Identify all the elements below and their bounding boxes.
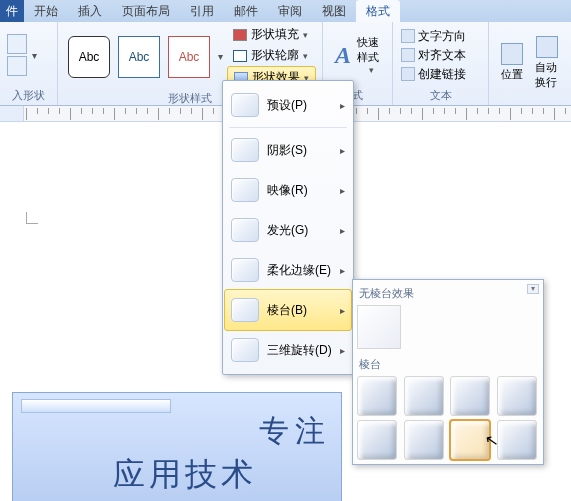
- bevel-option-none[interactable]: [357, 305, 401, 349]
- glow-icon: [231, 218, 259, 242]
- style-preview-3[interactable]: Abc: [168, 36, 210, 78]
- tab-file[interactable]: 件: [0, 0, 24, 22]
- chevron-right-icon: ▸: [340, 305, 345, 316]
- text-direction-label: 文字方向: [418, 28, 466, 45]
- bevel-section-header: 棱台: [357, 355, 539, 376]
- position-icon: [501, 43, 523, 65]
- chevron-right-icon: ▸: [340, 265, 345, 276]
- bevel-no-effect-header: 无棱台效果: [357, 284, 539, 305]
- fx-soft-edges[interactable]: 柔化边缘(E) ▸: [225, 250, 351, 290]
- bevel-option[interactable]: [497, 376, 537, 416]
- document-text-line1: 专注: [259, 411, 331, 452]
- wordart-icon: A: [335, 42, 351, 69]
- fx-preset[interactable]: 预设(P) ▸: [225, 85, 351, 125]
- style-preview-1[interactable]: Abc: [68, 36, 110, 78]
- align-text-icon: [401, 48, 415, 62]
- tab-view[interactable]: 视图: [312, 0, 356, 22]
- shape-outline-button[interactable]: 形状轮廓 ▾: [227, 45, 316, 66]
- wrap-icon: [536, 36, 558, 58]
- tab-home[interactable]: 开始: [24, 0, 68, 22]
- styles-more-icon[interactable]: ▾: [218, 51, 223, 62]
- bevel-gallery-panel: ▾ 无棱台效果 棱台 ↖: [352, 279, 544, 465]
- fill-swatch-icon: [233, 29, 247, 41]
- scroll-down-icon[interactable]: ▾: [32, 50, 37, 61]
- position-button[interactable]: 位置: [495, 43, 529, 82]
- fx-shadow[interactable]: 阴影(S) ▸: [225, 130, 351, 170]
- align-text-label: 对齐文本: [418, 47, 466, 64]
- tab-mail[interactable]: 邮件: [224, 0, 268, 22]
- shape-effects-menu: 预设(P) ▸ 阴影(S) ▸ 映像(R) ▸ 发光(G) ▸ 柔化边缘(E) …: [222, 80, 354, 375]
- chevron-right-icon: ▸: [340, 225, 345, 236]
- bevel-icon: [231, 298, 259, 322]
- bevel-option[interactable]: [497, 420, 537, 460]
- tab-review[interactable]: 审阅: [268, 0, 312, 22]
- panel-move-grip-icon[interactable]: ▾: [527, 284, 539, 294]
- tab-format[interactable]: 格式: [356, 0, 400, 22]
- wrap-text-label: 自动换行: [535, 60, 559, 90]
- bevel-option[interactable]: [450, 376, 490, 416]
- quick-styles-button[interactable]: 快速样式: [357, 35, 386, 65]
- bevel-option[interactable]: [404, 420, 444, 460]
- group-label-arrange: [489, 103, 571, 105]
- chevron-down-icon: ▾: [303, 30, 308, 40]
- shape-gallery-icon[interactable]: [7, 56, 27, 76]
- chevron-down-icon[interactable]: ▾: [357, 65, 386, 75]
- shape-fill-label: 形状填充: [251, 26, 299, 43]
- bevel-option[interactable]: [357, 376, 397, 416]
- wrap-text-button[interactable]: 自动换行: [529, 36, 565, 90]
- soft-edges-icon: [231, 258, 259, 282]
- inner-bar: [21, 399, 171, 413]
- tab-insert[interactable]: 插入: [68, 0, 112, 22]
- align-text-button[interactable]: 对齐文本: [399, 46, 468, 65]
- fx-3d-rotation-label: 三维旋转(D): [267, 342, 332, 359]
- position-label: 位置: [501, 67, 523, 82]
- preset-icon: [231, 93, 259, 117]
- fx-glow-label: 发光(G): [267, 222, 308, 239]
- fx-reflection[interactable]: 映像(R) ▸: [225, 170, 351, 210]
- group-label-text: 文本: [393, 88, 488, 105]
- create-link-label: 创建链接: [418, 66, 466, 83]
- reflection-icon: [231, 178, 259, 202]
- rotation-3d-icon: [231, 338, 259, 362]
- create-link-button[interactable]: 创建链接: [399, 65, 468, 84]
- shape-gallery-icon[interactable]: [7, 34, 27, 54]
- ruler-margin: [0, 106, 24, 122]
- shape-fill-button[interactable]: 形状填充 ▾: [227, 24, 316, 45]
- chevron-right-icon: ▸: [340, 145, 345, 156]
- fx-glow[interactable]: 发光(G) ▸: [225, 210, 351, 250]
- bevel-option[interactable]: [357, 420, 397, 460]
- text-box-shape[interactable]: 专注 应用技术: [12, 392, 342, 501]
- style-preview-2[interactable]: Abc: [118, 36, 160, 78]
- fx-shadow-label: 阴影(S): [267, 142, 307, 159]
- shadow-icon: [231, 138, 259, 162]
- text-direction-button[interactable]: 文字方向: [399, 27, 468, 46]
- tab-page-layout[interactable]: 页面布局: [112, 0, 180, 22]
- text-direction-icon: [401, 29, 415, 43]
- crop-mark-icon: [26, 212, 38, 224]
- fx-bevel[interactable]: 棱台(B) ▸: [224, 289, 352, 331]
- chevron-down-icon: ▾: [303, 51, 308, 61]
- outline-swatch-icon: [233, 50, 247, 62]
- fx-3d-rotation[interactable]: 三维旋转(D) ▸: [225, 330, 351, 370]
- group-label-insert-shapes: 入形状: [0, 88, 57, 105]
- chevron-right-icon: ▸: [340, 100, 345, 111]
- document-text-line2: 应用技术: [113, 453, 257, 497]
- fx-reflection-label: 映像(R): [267, 182, 308, 199]
- chevron-right-icon: ▸: [340, 185, 345, 196]
- fx-soft-edges-label: 柔化边缘(E): [267, 262, 331, 279]
- fx-preset-label: 预设(P): [267, 97, 307, 114]
- tab-references[interactable]: 引用: [180, 0, 224, 22]
- bevel-option[interactable]: [404, 376, 444, 416]
- link-icon: [401, 67, 415, 81]
- chevron-right-icon: ▸: [340, 345, 345, 356]
- shape-outline-label: 形状轮廓: [251, 47, 299, 64]
- fx-bevel-label: 棱台(B): [267, 302, 307, 319]
